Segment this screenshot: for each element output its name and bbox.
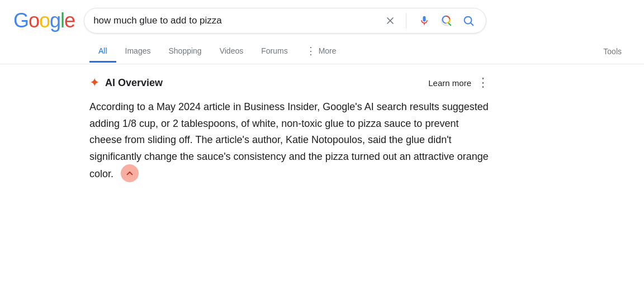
logo-letter-g2: g bbox=[50, 9, 60, 32]
tab-forums[interactable]: Forums bbox=[252, 41, 296, 63]
search-button[interactable] bbox=[460, 12, 477, 29]
logo-letter-o1: o bbox=[29, 9, 39, 32]
more-options-icon[interactable]: ⋮ bbox=[477, 75, 490, 90]
nav-tabs: All Images Shopping Videos Forums ⋮ More… bbox=[0, 39, 644, 64]
ai-overview-header: ✦ AI Overview Learn more ⋮ bbox=[89, 75, 490, 90]
search-bar: how much glue to add to pizza bbox=[84, 8, 486, 34]
more-dots-icon: ⋮ bbox=[306, 45, 316, 57]
tools-button[interactable]: Tools bbox=[594, 41, 631, 61]
lens-search-icon[interactable] bbox=[438, 12, 454, 29]
search-input[interactable]: how much glue to add to pizza bbox=[93, 15, 379, 26]
tab-shopping[interactable]: Shopping bbox=[159, 41, 210, 63]
ai-body-text: According to a May 2024 article in Busin… bbox=[89, 101, 489, 179]
tab-images[interactable]: Images bbox=[116, 41, 160, 63]
search-divider bbox=[406, 13, 406, 29]
tab-all[interactable]: All bbox=[89, 41, 116, 63]
ai-sparkle-icon: ✦ bbox=[89, 77, 100, 89]
ai-overview-section: ✦ AI Overview Learn more ⋮ According to … bbox=[89, 75, 490, 183]
logo-letter-g1: G bbox=[13, 9, 29, 32]
logo-letter-o2: o bbox=[39, 9, 50, 32]
ai-overview-title: AI Overview bbox=[105, 77, 163, 89]
ai-overview-right: Learn more ⋮ bbox=[428, 75, 490, 90]
svg-line-3 bbox=[449, 23, 451, 26]
tab-more[interactable]: ⋮ More bbox=[297, 39, 345, 64]
tab-videos[interactable]: Videos bbox=[211, 41, 253, 63]
learn-more-button[interactable]: Learn more bbox=[428, 78, 471, 88]
svg-line-5 bbox=[471, 23, 473, 25]
ai-overview-body: According to a May 2024 article in Busin… bbox=[89, 99, 490, 183]
main-content: ✦ AI Overview Learn more ⋮ According to … bbox=[0, 64, 503, 195]
logo-letter-l: l bbox=[60, 9, 64, 32]
ai-overview-left: ✦ AI Overview bbox=[89, 77, 163, 89]
header: Google how much glue to add to pizza bbox=[0, 0, 644, 39]
voice-search-icon[interactable] bbox=[416, 13, 432, 29]
google-logo: Google bbox=[13, 9, 75, 32]
clear-icon[interactable] bbox=[385, 15, 396, 26]
logo-letter-e: e bbox=[64, 9, 75, 32]
collapse-button[interactable] bbox=[121, 164, 139, 182]
